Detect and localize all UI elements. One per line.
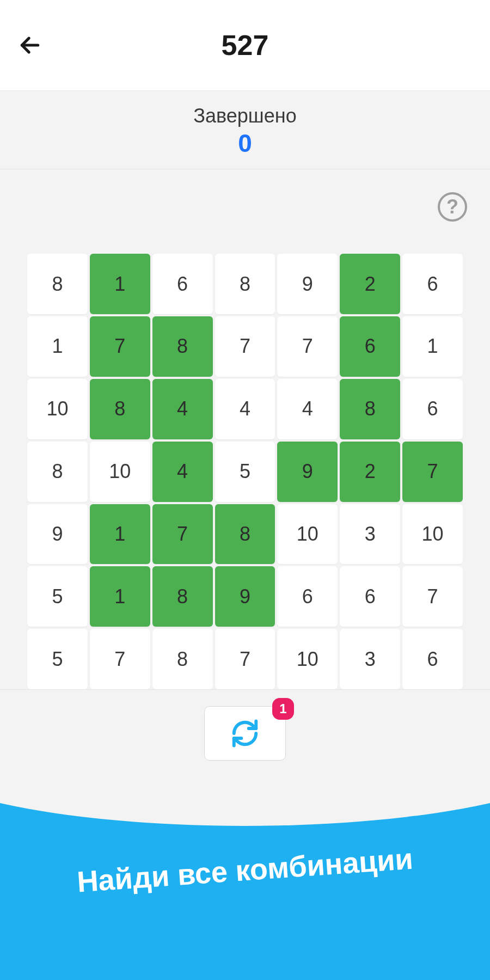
banner-text: Найди все комбинации: [76, 842, 414, 899]
grid-cell[interactable]: 10: [27, 379, 88, 439]
grid-cell[interactable]: 1: [90, 504, 150, 565]
grid-cell[interactable]: 1: [27, 316, 88, 377]
grid-cell[interactable]: 7: [152, 504, 213, 565]
help-button[interactable]: ?: [438, 192, 467, 222]
promo-banner[interactable]: Найди все комбинации: [0, 782, 490, 980]
grid-cell[interactable]: 6: [402, 254, 463, 314]
grid-cell[interactable]: 8: [27, 254, 88, 314]
grid-cell[interactable]: 8: [152, 316, 213, 377]
grid-cell[interactable]: 10: [277, 504, 338, 565]
grid-cell[interactable]: 3: [340, 629, 400, 689]
grid-cell[interactable]: 7: [90, 316, 150, 377]
grid-cell[interactable]: 6: [152, 254, 213, 314]
refresh-button[interactable]: 1: [204, 706, 286, 761]
grid-cell[interactable]: 7: [402, 566, 463, 627]
status-label: Завершено: [0, 105, 490, 127]
grid-cell[interactable]: 6: [340, 316, 400, 377]
back-button[interactable]: [16, 32, 44, 59]
grid-cell[interactable]: 7: [215, 316, 275, 377]
grid-cell[interactable]: 2: [340, 442, 400, 502]
grid-cell[interactable]: 1: [90, 254, 150, 314]
grid-cell[interactable]: 10: [90, 442, 150, 502]
grid-cell[interactable]: 10: [402, 504, 463, 565]
grid-cell[interactable]: 10: [277, 629, 338, 689]
number-grid: 8168926178776110844486810459279178103105…: [27, 254, 463, 689]
status-panel: Завершено 0: [0, 91, 490, 169]
grid-cell[interactable]: 6: [277, 566, 338, 627]
grid-cell[interactable]: 7: [277, 316, 338, 377]
refresh-badge: 1: [272, 698, 294, 720]
arrow-left-icon: [18, 33, 42, 57]
grid-cell[interactable]: 4: [152, 442, 213, 502]
grid-cell[interactable]: 1: [90, 566, 150, 627]
refresh-area: 1: [0, 689, 490, 782]
grid-cell[interactable]: 4: [277, 379, 338, 439]
grid-cell[interactable]: 8: [152, 566, 213, 627]
grid-cell[interactable]: 8: [215, 504, 275, 565]
grid-cell[interactable]: 3: [340, 504, 400, 565]
refresh-icon: [230, 719, 260, 748]
question-icon: ?: [446, 195, 458, 218]
grid-cell[interactable]: 2: [340, 254, 400, 314]
grid-cell[interactable]: 8: [152, 629, 213, 689]
grid-cell[interactable]: 4: [215, 379, 275, 439]
status-value: 0: [0, 128, 490, 158]
grid-cell[interactable]: 6: [402, 629, 463, 689]
grid-cell[interactable]: 1: [402, 316, 463, 377]
grid-cell[interactable]: 5: [215, 442, 275, 502]
grid-cell[interactable]: 8: [215, 254, 275, 314]
grid-cell[interactable]: 9: [277, 442, 338, 502]
grid-cell[interactable]: 9: [215, 566, 275, 627]
grid-cell[interactable]: 9: [277, 254, 338, 314]
grid-cell[interactable]: 6: [340, 566, 400, 627]
grid-cell[interactable]: 4: [152, 379, 213, 439]
grid-cell[interactable]: 5: [27, 629, 88, 689]
grid-cell[interactable]: 8: [90, 379, 150, 439]
grid-cell[interactable]: 5: [27, 566, 88, 627]
grid-cell[interactable]: 8: [27, 442, 88, 502]
level-title: 527: [222, 29, 269, 62]
grid-cell[interactable]: 8: [340, 379, 400, 439]
grid-cell[interactable]: 9: [27, 504, 88, 565]
grid-cell[interactable]: 7: [215, 629, 275, 689]
app-header: 527: [0, 0, 490, 91]
grid-cell[interactable]: 7: [90, 629, 150, 689]
grid-cell[interactable]: 6: [402, 379, 463, 439]
game-area: ? 81689261787761108444868104592791781031…: [0, 169, 490, 689]
grid-cell[interactable]: 7: [402, 442, 463, 502]
